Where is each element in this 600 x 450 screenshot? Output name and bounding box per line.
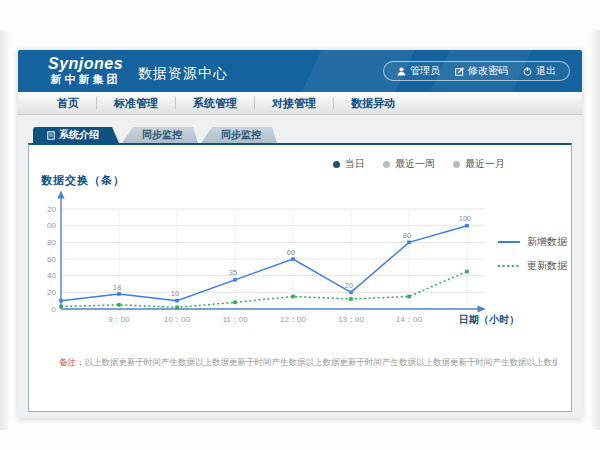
nav-item-standard-mgmt[interactable]: 标准管理 — [97, 92, 175, 114]
data-point — [117, 292, 121, 296]
page: Synjones 新中新集团 数据资源中心 管理员 修改密码 — [18, 50, 582, 418]
tab-sync-monitor-2[interactable]: 同步监控 — [201, 127, 277, 143]
radio-dot-icon — [453, 161, 460, 168]
edit-icon — [455, 67, 464, 76]
y-tick-label: 20 — [47, 288, 56, 297]
legend-item[interactable]: 新增数据 — [497, 235, 567, 249]
main-nav: 首页 标准管理 系统管理 对接管理 数据异动 — [18, 92, 582, 115]
tab-sync-monitor-1[interactable]: 同步监控 — [122, 127, 198, 143]
chart-legend: 新增数据更新数据 — [497, 235, 567, 283]
data-point-label: 80 — [403, 231, 411, 240]
radio-dot-icon — [383, 161, 390, 168]
x-tick-label: 13：00 — [338, 315, 364, 324]
x-tick-label: 10：00 — [164, 315, 190, 324]
legend-label: 更新数据 — [527, 259, 567, 273]
line-chart: 0204060801001209：0010：0011：0012：0013：001… — [47, 189, 492, 333]
data-point — [407, 295, 411, 299]
user-label: 管理员 — [410, 64, 440, 78]
footnote-text: 以上数据更新于时间产生数据以上数据更新于时间产生数据以上数据更新于时间产生数据以… — [85, 357, 558, 367]
legend-swatch-icon — [497, 262, 521, 270]
data-point-label: 18 — [113, 283, 121, 292]
radio-dot-icon — [333, 161, 340, 168]
document-icon — [47, 131, 55, 140]
y-tick-label: 120 — [47, 205, 57, 214]
nav-item-home[interactable]: 首页 — [40, 92, 96, 114]
legend-swatch-icon — [497, 238, 521, 246]
data-point-label: 100 — [459, 214, 472, 223]
power-icon — [523, 67, 532, 76]
backdrop-edge-right — [590, 30, 600, 430]
chart-canvas: 0204060801001209：0010：0011：0012：0013：001… — [47, 189, 492, 329]
radio-label: 最近一月 — [465, 157, 505, 171]
tab-label: 同步监控 — [221, 127, 261, 143]
data-point — [175, 306, 179, 310]
tab-bar: 系统介绍 同步监控 同步监控 — [33, 127, 277, 143]
user-icon — [397, 67, 406, 76]
logo-subtext: 新中新集团 — [48, 72, 123, 86]
user-menu: 管理员 修改密码 退出 — [383, 61, 570, 81]
x-tick-label: 14：00 — [396, 315, 422, 324]
legend-item[interactable]: 更新数据 — [497, 259, 567, 273]
y-tick-label: 100 — [47, 221, 57, 230]
data-point-label: 60 — [287, 248, 295, 257]
data-point — [349, 291, 353, 295]
data-point — [59, 305, 63, 309]
radio-last-week[interactable]: 最近一周 — [383, 157, 435, 171]
y-tick-label: 0 — [52, 305, 57, 314]
radio-label: 最近一周 — [395, 157, 435, 171]
tab-label: 同步监控 — [142, 127, 182, 143]
radio-last-month[interactable]: 最近一月 — [453, 157, 505, 171]
data-point-label: 10 — [171, 289, 179, 298]
content-panel: 当日 最近一周 最近一月 数据交换（条） 0204060801001209：00… — [28, 143, 572, 412]
footnote-label: 备注： — [59, 357, 85, 367]
data-point-label: 20 — [345, 281, 353, 290]
x-tick-label: 11：00 — [222, 315, 248, 324]
data-point-label: 35 — [229, 268, 237, 277]
radio-label: 当日 — [345, 157, 365, 171]
nav-item-system-mgmt[interactable]: 系统管理 — [176, 92, 254, 114]
data-point — [349, 297, 353, 301]
x-tick-label: 12：00 — [280, 315, 306, 324]
logo: Synjones 新中新集团 — [48, 55, 123, 86]
series-line — [61, 272, 467, 308]
tab-label: 系统介绍 — [59, 127, 99, 143]
x-axis-arrow-icon — [478, 305, 487, 312]
data-point — [465, 270, 469, 274]
nav-item-data-change[interactable]: 数据异动 — [334, 92, 412, 114]
x-tick-label: 9：00 — [108, 315, 130, 324]
page-title: 数据资源中心 — [138, 65, 228, 83]
radio-today[interactable]: 当日 — [333, 157, 365, 171]
change-password-button[interactable]: 修改密码 — [455, 64, 508, 78]
data-point — [465, 224, 469, 228]
y-tick-label: 40 — [47, 271, 56, 280]
logo-text: Synjones — [48, 55, 123, 72]
backdrop-edge-left — [0, 30, 10, 430]
data-point — [291, 295, 295, 299]
y-tick-label: 60 — [47, 255, 56, 264]
legend-label: 新增数据 — [527, 235, 567, 249]
app-header: Synjones 新中新集团 数据资源中心 管理员 修改密码 — [18, 50, 582, 92]
data-point — [59, 299, 63, 303]
data-point — [175, 299, 179, 303]
y-axis-arrow-icon — [57, 191, 64, 199]
data-point — [117, 303, 121, 307]
data-point — [233, 278, 237, 282]
footnote: 备注：以上数据更新于时间产生数据以上数据更新于时间产生数据以上数据更新于时间产生… — [59, 357, 557, 369]
nav-item-docking-mgmt[interactable]: 对接管理 — [255, 92, 333, 114]
change-password-label: 修改密码 — [468, 64, 508, 78]
user-button[interactable]: 管理员 — [397, 64, 440, 78]
data-point — [233, 301, 237, 305]
x-axis-title: 日期（小时） — [459, 313, 519, 327]
time-filter: 当日 最近一周 最近一月 — [333, 157, 505, 171]
data-point — [407, 241, 411, 245]
logout-label: 退出 — [536, 64, 556, 78]
y-axis-title: 数据交换（条） — [41, 173, 125, 188]
tab-system-intro[interactable]: 系统介绍 — [33, 127, 119, 143]
data-point — [291, 257, 295, 261]
logout-button[interactable]: 退出 — [523, 64, 556, 78]
y-tick-label: 80 — [47, 238, 56, 247]
